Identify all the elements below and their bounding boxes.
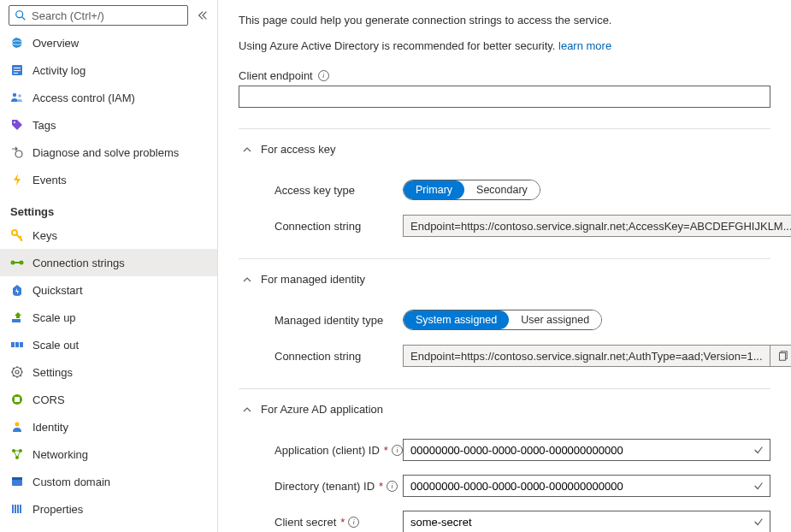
svg-point-9	[18, 94, 21, 98]
intro-text-2: Using Azure Active Directory is recommen…	[239, 38, 770, 55]
required-indicator: *	[379, 480, 383, 493]
events-icon	[10, 173, 24, 186]
client-endpoint-input[interactable]	[239, 86, 770, 108]
sidebar-item-settings[interactable]: Settings	[0, 358, 217, 386]
properties-icon	[10, 502, 24, 516]
sidebar-item-tags[interactable]: Tags	[0, 111, 217, 139]
managed-identity-conn-value: Endpoint=https://contoso.service.signalr…	[403, 345, 791, 367]
sidebar-item-keys[interactable]: Keys	[0, 222, 217, 249]
svg-point-20	[15, 370, 19, 374]
app-id-label: Application (client) ID* i	[274, 444, 403, 457]
svg-rect-5	[14, 68, 21, 68]
sidebar-item-label: Overview	[32, 37, 79, 50]
section-toggle-managed-identity[interactable]: For managed identity	[239, 273, 770, 286]
keys-icon	[10, 228, 24, 242]
sidebar-item-label: Events	[32, 174, 67, 186]
connection-strings-icon	[10, 256, 24, 269]
access-control-icon	[10, 91, 24, 104]
sidebar-item-label: Keys	[32, 229, 57, 242]
sidebar-item-connection-strings[interactable]: Connection strings	[0, 249, 217, 276]
svg-point-14	[20, 261, 24, 265]
sidebar-item-label: Diagnose and solve problems	[32, 146, 179, 159]
nav-section-settings: Settings	[0, 193, 217, 222]
learn-more-link[interactable]: learn more	[558, 39, 611, 52]
svg-rect-34	[780, 353, 786, 361]
client-endpoint-label: Client endpoint i	[239, 69, 770, 82]
section-aad-app: For Azure AD application Application (cl…	[239, 389, 770, 532]
svg-rect-17	[15, 342, 19, 347]
identity-icon	[10, 420, 24, 434]
managed-identity-type-label: Managed identity type	[274, 314, 403, 327]
access-key-conn-value: Endpoint=https://contoso.service.signalr…	[403, 215, 791, 237]
section-toggle-access-key[interactable]: For access key	[239, 143, 770, 156]
section-access-key: For access key Access key type Primary S…	[239, 129, 770, 238]
sidebar-item-properties[interactable]: Properties	[0, 495, 217, 523]
sidebar-item-label: Identity	[32, 421, 68, 434]
sidebar-item-custom-domain[interactable]: Custom domain	[0, 468, 217, 495]
settings-icon	[10, 365, 24, 379]
info-icon[interactable]: i	[348, 517, 359, 528]
managed-identity-system-button[interactable]: System assigned	[404, 310, 509, 329]
sidebar-item-label: Properties	[32, 503, 83, 516]
sidebar-item-access-control[interactable]: Access control (IAM)	[0, 84, 217, 111]
dir-id-input[interactable]	[404, 480, 747, 493]
svg-rect-31	[17, 505, 19, 513]
access-key-conn-label: Connection string	[274, 220, 403, 233]
svg-rect-29	[12, 505, 14, 513]
managed-identity-user-button[interactable]: User assigned	[509, 310, 601, 329]
chevron-down-icon	[242, 275, 252, 285]
copy-button[interactable]	[770, 346, 791, 366]
svg-rect-6	[14, 70, 21, 71]
svg-rect-18	[20, 342, 23, 347]
sidebar-item-diagnose[interactable]: Diagnose and solve problems	[0, 139, 217, 166]
client-secret-input[interactable]	[404, 516, 747, 529]
nav-settings-list: Keys Connection strings Quickstart Scale…	[0, 222, 217, 523]
sidebar-item-scale-out[interactable]: Scale out	[0, 331, 217, 358]
sidebar-item-overview[interactable]: Overview	[0, 29, 217, 56]
collapse-sidebar-button[interactable]	[193, 6, 212, 25]
info-icon[interactable]: i	[387, 481, 398, 492]
sidebar: Overview Activity log Access control (IA…	[0, 0, 218, 532]
section-managed-identity: For managed identity Managed identity ty…	[239, 259, 770, 368]
custom-domain-icon	[10, 475, 24, 488]
svg-point-10	[14, 121, 15, 123]
app-id-input[interactable]	[404, 444, 747, 457]
svg-point-0	[16, 11, 23, 18]
sidebar-item-quickstart[interactable]: Quickstart	[0, 276, 217, 304]
managed-identity-conn-label: Connection string	[274, 350, 403, 363]
svg-rect-15	[12, 319, 21, 322]
chevron-double-left-icon	[197, 9, 209, 21]
info-icon[interactable]: i	[318, 70, 329, 81]
sidebar-item-label: Custom domain	[32, 476, 110, 488]
access-key-type-label: Access key type	[274, 184, 403, 197]
check-icon	[747, 516, 770, 528]
nav-top-list: Overview Activity log Access control (IA…	[0, 29, 217, 193]
sidebar-item-cors[interactable]: CORS	[0, 386, 217, 413]
required-indicator: *	[384, 444, 388, 457]
overview-icon	[10, 36, 24, 50]
search-input[interactable]	[32, 9, 182, 22]
client-secret-input-wrapper	[403, 511, 770, 532]
svg-point-13	[11, 261, 15, 265]
tags-icon	[10, 118, 24, 132]
access-key-primary-button[interactable]: Primary	[404, 180, 464, 199]
app-id-input-wrapper	[403, 439, 770, 461]
access-key-secondary-button[interactable]: Secondary	[464, 180, 540, 199]
svg-point-8	[13, 93, 16, 97]
sidebar-item-activity-log[interactable]: Activity log	[0, 56, 217, 84]
info-icon[interactable]: i	[392, 445, 403, 456]
sidebar-item-label: Access control (IAM)	[32, 92, 135, 104]
diagnose-icon	[10, 145, 24, 159]
sidebar-item-events[interactable]: Events	[0, 166, 217, 193]
intro-text-1: This page could help you generate connec…	[239, 12, 770, 29]
sidebar-item-scale-up[interactable]: Scale up	[0, 304, 217, 331]
sidebar-item-networking[interactable]: Networking	[0, 440, 217, 468]
svg-rect-30	[15, 505, 16, 513]
svg-line-1	[22, 17, 25, 20]
main-panel: This page could help you generate connec…	[218, 0, 791, 532]
sidebar-item-identity[interactable]: Identity	[0, 413, 217, 440]
scale-out-icon	[10, 338, 24, 352]
search-box[interactable]	[9, 5, 188, 26]
sidebar-item-label: Quickstart	[32, 284, 83, 297]
section-toggle-aad-app[interactable]: For Azure AD application	[239, 403, 770, 416]
